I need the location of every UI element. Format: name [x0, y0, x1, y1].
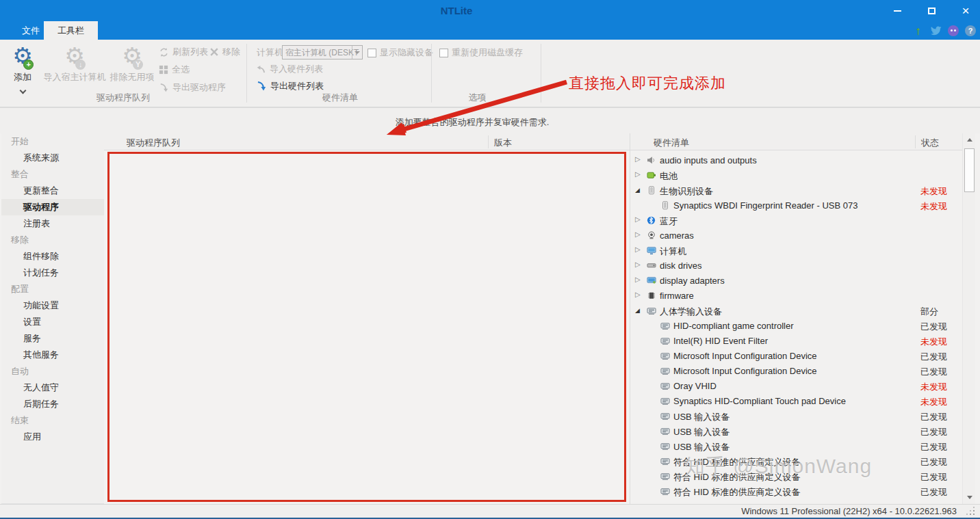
sidebar-item-应用[interactable]: 应用 [1, 429, 104, 445]
triangle-up-icon [967, 138, 972, 142]
sidebar-item-后期任务[interactable]: 后期任务 [1, 396, 104, 412]
computer-combobox[interactable]: 宿主计算机 (DESKT [282, 45, 363, 59]
expander-expanded-icon[interactable]: ◢ [635, 187, 640, 194]
hardware-row[interactable]: ◢人体学输入设备部分 [630, 304, 962, 319]
help-icon[interactable]: ? [965, 25, 976, 36]
resize-grip[interactable] [973, 514, 975, 515]
device-label: USB 输入设备 [673, 426, 730, 438]
bluetooth-icon [647, 216, 656, 225]
group-label-driver-queue: 驱动程序队列 [41, 92, 205, 104]
keyboard-icon [660, 487, 670, 496]
scrollbar-thumb[interactable] [964, 148, 975, 192]
sidebar-item-更新整合[interactable]: 更新整合 [1, 183, 104, 199]
maximize-icon [928, 8, 936, 14]
expander-collapsed-icon[interactable]: ▷ [635, 230, 641, 238]
minimize-button[interactable] [888, 2, 906, 20]
expander-collapsed-icon[interactable]: ▷ [635, 276, 641, 283]
status-value: 未发现 [920, 381, 947, 393]
column-divider[interactable] [488, 135, 489, 148]
hardware-row[interactable]: ▷disk drives [630, 258, 962, 274]
export-hardware-button[interactable]: 导出硬件列表 [256, 80, 324, 92]
update-icon[interactable]: ↑ [912, 25, 924, 37]
expander-collapsed-icon[interactable]: ▷ [635, 215, 641, 223]
hardware-row[interactable]: USB 输入设备已发现 [630, 439, 962, 454]
status-value: 未发现 [920, 336, 947, 348]
device-label: 符合 HID 标准的供应商定义设备 [673, 486, 801, 498]
device-label: disk drives [660, 261, 701, 271]
expander-collapsed-icon[interactable]: ▷ [635, 245, 641, 253]
column-driver-queue[interactable]: 驱动程序队列 [127, 137, 180, 149]
discord-icon[interactable] [948, 25, 959, 36]
vertical-scrollbar[interactable] [962, 133, 975, 504]
hardware-row[interactable]: ◢生物识别设备未发现 [630, 183, 962, 198]
sidebar-item-无人值守[interactable]: 无人值守 [1, 380, 104, 396]
hardware-row[interactable]: ▷计算机 [630, 243, 962, 258]
hardware-row[interactable]: ▷电池 [630, 168, 962, 183]
hardware-row[interactable]: Microsoft Input Configuration Device已发现 [630, 364, 962, 379]
hardware-row[interactable]: ▷audio inputs and outputs [630, 153, 962, 168]
expander-collapsed-icon[interactable]: ▷ [635, 261, 641, 268]
hardware-row[interactable]: 符合 HID 标准的供应商定义设备已发现 [630, 454, 962, 469]
hardware-row[interactable]: 符合 HID 标准的供应商定义设备已发现 [630, 469, 962, 484]
device-label: USB 输入设备 [673, 441, 730, 453]
maximize-button[interactable] [923, 2, 940, 20]
expander-collapsed-icon[interactable]: ▷ [635, 155, 641, 163]
hardware-tree: ▷audio inputs and outputs▷电池◢生物识别设备未发现Sy… [630, 153, 962, 499]
status-value: 未发现 [920, 185, 947, 198]
sidebar-item-计划任务[interactable]: 计划任务 [1, 265, 104, 281]
sidebar-item-组件移除[interactable]: 组件移除 [1, 248, 104, 265]
sidebar-item-驱动程序[interactable]: 驱动程序 [1, 199, 104, 215]
column-status[interactable]: 状态 [921, 137, 939, 149]
hardware-row[interactable]: ▷蓝牙 [630, 213, 962, 228]
hardware-row[interactable]: USB 输入设备已发现 [630, 424, 962, 439]
group-label-hardware: 硬件清单 [258, 92, 422, 104]
hardware-row[interactable]: ▷firmware [630, 289, 962, 304]
sidebar-item-功能设置[interactable]: 功能设置 [1, 297, 104, 314]
import-host-button: ⚙ ↓ 导入宿主计算机 [42, 43, 107, 96]
hardware-row[interactable]: ▷cameras [630, 228, 962, 243]
expander-collapsed-icon[interactable]: ▷ [635, 291, 641, 298]
add-driver-button[interactable]: ⚙ + 添加 [4, 43, 41, 96]
hardware-row[interactable]: HID-compliant game controller已发现 [630, 319, 962, 334]
close-button[interactable]: × [957, 2, 975, 20]
hardware-row[interactable]: USB 输入设备已发现 [630, 409, 962, 424]
hardware-row[interactable]: Oray VHID未发现 [630, 379, 962, 394]
column-divider[interactable] [915, 135, 916, 148]
exclude-unused-button: ⚙ Y 排除无用项 [108, 43, 156, 96]
remove-x-icon [209, 47, 219, 57]
keyboard-icon [660, 427, 670, 436]
hardware-row[interactable]: Synaptics HID-Compliant Touch pad Device… [630, 394, 962, 409]
chevron-down-icon [19, 88, 26, 94]
hardware-row[interactable]: Microsoft Input Configuration Device已发现 [630, 349, 962, 364]
scroll-up-button[interactable] [964, 134, 975, 146]
hardware-row[interactable]: ▷display adapters [630, 274, 962, 289]
content-area: 开始系统来源整合更新整合驱动程序注册表移除组件移除计划任务配置功能设置设置服务其… [0, 133, 980, 504]
expander-expanded-icon[interactable]: ◢ [635, 307, 640, 314]
sidebar-item-系统来源[interactable]: 系统来源 [1, 150, 104, 166]
hardware-row[interactable]: 符合 HID 标准的供应商定义设备已发现 [630, 484, 962, 499]
twitter-icon[interactable] [930, 25, 942, 37]
sidebar-section-配置: 配置 [1, 281, 104, 297]
checkbox-icon [368, 49, 376, 57]
keyboard-icon [660, 336, 670, 345]
status-value: 已发现 [920, 426, 947, 438]
group-label-options: 选项 [431, 92, 524, 104]
status-value: 已发现 [920, 366, 947, 378]
remove-button: 移除 [209, 46, 240, 58]
device-label: Intel(R) HID Event Filter [673, 336, 768, 346]
tab-toolbar[interactable]: 工具栏 [44, 21, 98, 40]
column-version[interactable]: 版本 [494, 137, 512, 149]
device-label: Microsoft Input Configuration Device [673, 366, 817, 376]
combobox-arrow-icon[interactable] [352, 46, 362, 59]
column-hardware[interactable]: 硬件清单 [654, 137, 689, 149]
sidebar-item-其他服务[interactable]: 其他服务 [1, 347, 104, 363]
status-value: 未发现 [920, 200, 947, 213]
expander-collapsed-icon[interactable]: ▷ [635, 170, 641, 178]
sidebar-item-设置[interactable]: 设置 [1, 314, 104, 330]
sidebar-item-服务[interactable]: 服务 [1, 330, 104, 347]
status-value: 未发现 [920, 396, 947, 408]
sidebar-item-注册表[interactable]: 注册表 [1, 215, 104, 232]
scroll-down-button[interactable] [964, 492, 975, 503]
hardware-row[interactable]: Intel(R) HID Event Filter未发现 [630, 334, 962, 349]
hardware-row[interactable]: Synaptics WBDI Fingerprint Reader - USB … [630, 198, 962, 213]
